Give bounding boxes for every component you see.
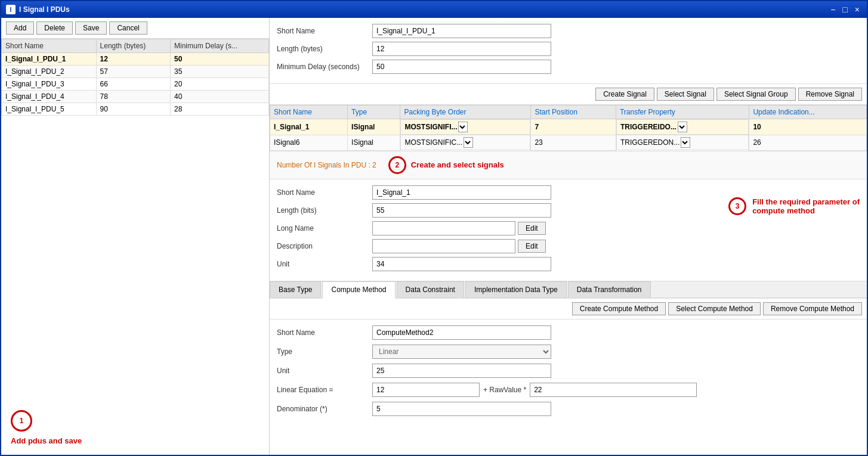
sig1-packing: MOSTSIGNIFI... [400, 119, 530, 135]
pdu2-length: 57 [96, 66, 170, 78]
length-input[interactable] [372, 42, 551, 56]
pdu-table-container: Short Name Length (bytes) Minimum Delay … [1, 39, 269, 401]
min-delay-input[interactable] [372, 60, 551, 74]
pdu5-length: 90 [96, 103, 170, 116]
isig-length-input[interactable] [372, 203, 551, 218]
pdu5-delay: 28 [170, 103, 268, 116]
pdu1-delay: 50 [170, 53, 268, 66]
pdu4-length: 78 [96, 91, 170, 103]
save-button[interactable]: Save [75, 21, 107, 35]
remove-signal-button[interactable]: Remove Signal [798, 88, 862, 101]
cancel-button[interactable]: Cancel [109, 21, 147, 35]
cm-type-select[interactable]: Linear [372, 345, 551, 359]
pdu-row-3[interactable]: I_Signal_I_PDU_3 66 20 [2, 78, 269, 91]
pdu-row-4[interactable]: I_Signal_I_PDU_4 78 40 [2, 91, 269, 103]
pdu-row-1[interactable]: I_Signal_I_PDU_1 12 50 [2, 53, 269, 66]
sig-col-update: Update Indication... [749, 106, 867, 119]
isignal-fields: Short Name Length (bits) Long Name Edit [277, 185, 705, 275]
isig-unit-label: Unit [277, 260, 372, 268]
restore-button[interactable]: □ [840, 5, 850, 14]
minimize-button[interactable]: − [828, 5, 838, 14]
isig-desc-edit-button[interactable]: Edit [518, 240, 546, 253]
pdu1-length: 12 [96, 53, 170, 66]
length-label: Length (bytes) [277, 45, 372, 53]
isig-desc-input[interactable] [372, 239, 515, 253]
isig-long-name-edit-button[interactable]: Edit [518, 222, 546, 235]
cm-type-label: Type [277, 348, 372, 356]
main-window: I I Signal I PDUs − □ × Add Delete Save … [0, 0, 868, 456]
sig2-type: ISignal [348, 135, 400, 150]
cm-denom-input[interactable] [372, 402, 551, 416]
select-signal-button[interactable]: Select Signal [657, 88, 714, 101]
short-name-label: Short Name [277, 27, 372, 35]
annotation2-inline: 2 Create and select signals [388, 156, 504, 174]
cm-unit-input[interactable] [372, 364, 551, 378]
sig-col-start: Start Position [531, 106, 616, 119]
cm-short-name-label: Short Name [277, 328, 372, 337]
isig-long-name-input[interactable] [372, 221, 515, 235]
delete-button[interactable]: Delete [36, 21, 73, 35]
min-delay-label: Minimum Delay (seconds) [277, 63, 372, 71]
isig-unit-row: Unit [277, 257, 705, 271]
add-button[interactable]: Add [6, 21, 34, 35]
isig-short-name-label: Short Name [277, 188, 372, 197]
cm-type-row: Type Linear [277, 345, 860, 359]
right-panel: Short Name Length (bytes) Minimum Delay … [270, 18, 867, 455]
sig2-start: 23 [531, 135, 616, 150]
linear-equation-inputs: + RawValue * [372, 383, 697, 397]
sig2-transfer-select[interactable] [681, 137, 690, 148]
cm-short-name-row: Short Name [277, 325, 860, 340]
isig-long-name-label: Long Name [277, 224, 372, 232]
sig2-packing: MOSTSIGNIFIC... [400, 135, 530, 150]
signal-table-container: Short Name Type Packing Byte Order Start… [270, 105, 867, 151]
window-icon: I [6, 5, 16, 14]
short-name-row: Short Name [277, 24, 860, 38]
plus-rawvalue-label: + RawValue * [483, 386, 526, 394]
pdu-row-5[interactable]: I_Signal_I_PDU_5 90 28 [2, 103, 269, 116]
pdu-row-2[interactable]: I_Signal_I_PDU_2 57 35 [2, 66, 269, 78]
sig-col-packing: Packing Byte Order [400, 106, 531, 119]
sig2-name: ISignal6 [270, 135, 348, 150]
isig-unit-input[interactable] [372, 257, 551, 271]
sig1-packing-select[interactable] [458, 122, 468, 132]
create-signal-button[interactable]: Create Signal [595, 88, 654, 101]
col-short-name: Short Name [2, 39, 97, 53]
remove-compute-button[interactable]: Remove Compute Method [763, 302, 862, 315]
isig-short-name-input[interactable] [372, 185, 551, 200]
isig-length-label: Length (bits) [277, 206, 372, 215]
cm-short-name-input[interactable] [372, 325, 551, 340]
pdu4-delay: 40 [170, 91, 268, 103]
create-compute-button[interactable]: Create Compute Method [572, 302, 666, 315]
tabs-bar: Base Type Compute Method Data Constraint… [270, 281, 867, 299]
annotation1-text: Add pdus and save [11, 436, 82, 445]
tab-data-transformation[interactable]: Data Transformation [568, 281, 651, 297]
tab-impl-data-type[interactable]: Implementation Data Type [465, 281, 567, 297]
title-bar: I I Signal I PDUs − □ × [1, 1, 867, 18]
isignal-form: Short Name Length (bits) Long Name Edit [270, 179, 867, 281]
pdu3-name: I_Signal_I_PDU_3 [2, 78, 97, 91]
select-compute-button[interactable]: Select Compute Method [668, 302, 761, 315]
sig-col-name: Short Name [270, 106, 348, 119]
close-button[interactable]: × [852, 5, 862, 14]
pdu2-name: I_Signal_I_PDU_2 [2, 66, 97, 78]
sig2-packing-select[interactable] [464, 137, 473, 148]
isig-desc-row: Description Edit [277, 239, 705, 253]
eq-left-input[interactable] [372, 383, 480, 397]
tab-data-constraint[interactable]: Data Constraint [397, 281, 464, 297]
eq-right-input[interactable] [530, 383, 697, 397]
window-controls: − □ × [828, 5, 862, 14]
sig1-transfer-select[interactable] [678, 122, 687, 132]
signal-row-2[interactable]: ISignal6 ISignal MOSTSIGNIFIC... 23 TRIG… [270, 135, 867, 150]
sig-col-type: Type [348, 106, 400, 119]
pdu-detail-form: Short Name Length (bytes) Minimum Delay … [270, 18, 867, 84]
cm-linear-eq-row: Linear Equation = + RawValue * [277, 383, 860, 397]
tab-base-type[interactable]: Base Type [270, 281, 321, 297]
signal-row-1[interactable]: I_Signal_1 ISignal MOSTSIGNIFI... 7 TRIG… [270, 119, 867, 135]
select-signal-group-button[interactable]: Select Signal Group [716, 88, 796, 101]
tab-compute-method[interactable]: Compute Method [322, 281, 395, 299]
signal-count: Number Of I Signals In PDU : 2 [277, 161, 376, 169]
annotation3-text: Fill the required parameter of compute m… [752, 197, 860, 215]
short-name-input[interactable] [372, 24, 551, 38]
cm-unit-label: Unit [277, 367, 372, 375]
isig-short-name-row: Short Name [277, 185, 705, 200]
